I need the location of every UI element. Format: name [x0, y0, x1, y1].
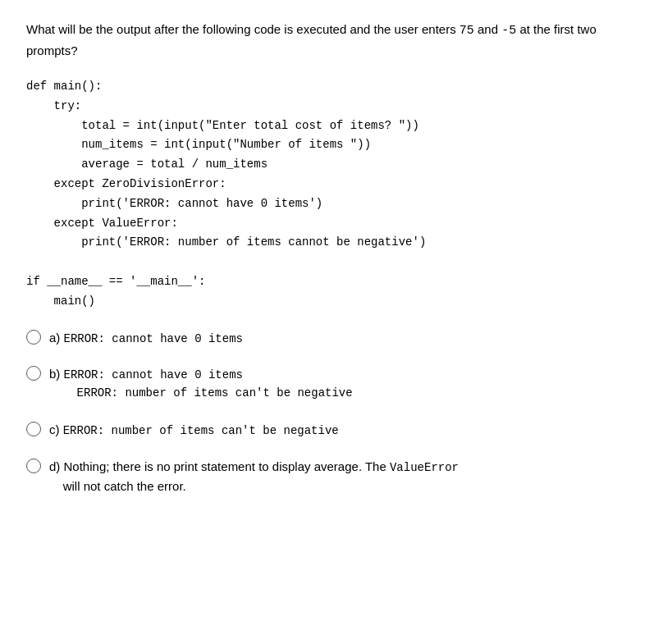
answer-d-inline-code: ValueError — [390, 461, 459, 474]
question-highlight2: -5 — [501, 24, 516, 38]
answer-label-d: d) Nothing; there is no print statement … — [49, 457, 459, 496]
question-text-part1: What will be the output after the follow… — [26, 22, 459, 36]
question-text-part2: and — [474, 22, 501, 36]
option-letter-b: b) — [49, 367, 64, 381]
answer-label-c: c) ERROR: number of items can't be negat… — [49, 420, 339, 440]
option-letter-c: c) — [49, 422, 63, 436]
code-block: def main(): try: total = int(input("Ente… — [26, 77, 646, 312]
answer-label-b: b) ERROR: cannot have 0 items ERROR: num… — [49, 364, 353, 404]
question-text: What will be the output after the follow… — [26, 20, 646, 61]
answer-c-line1: ERROR: number of items can't be negative — [63, 424, 339, 437]
radio-d[interactable] — [26, 459, 41, 473]
answer-option-a: a) ERROR: cannot have 0 items — [26, 328, 646, 348]
answer-a-line1: ERROR: cannot have 0 items — [64, 332, 243, 345]
answer-d-text1: Nothing; there is no print statement to … — [64, 459, 390, 473]
option-letter-a: a) — [49, 331, 64, 345]
question-highlight1: 75 — [459, 24, 474, 38]
radio-a[interactable] — [26, 330, 41, 345]
answer-option-d: d) Nothing; there is no print statement … — [26, 457, 646, 496]
answer-b-line1: ERROR: cannot have 0 items — [64, 368, 243, 381]
option-letter-d: d) — [49, 459, 64, 473]
radio-b[interactable] — [26, 366, 41, 381]
answer-option-c: c) ERROR: number of items can't be negat… — [26, 420, 646, 440]
answer-label-a: a) ERROR: cannot have 0 items — [49, 328, 243, 348]
answer-b-line2: ERROR: number of items can't be negative — [49, 384, 353, 404]
radio-c[interactable] — [26, 422, 41, 436]
answers-container: a) ERROR: cannot have 0 items b) ERROR: … — [26, 328, 646, 496]
answer-option-b: b) ERROR: cannot have 0 items ERROR: num… — [26, 364, 646, 404]
answer-d-text2: will not catch the error. — [49, 479, 186, 493]
